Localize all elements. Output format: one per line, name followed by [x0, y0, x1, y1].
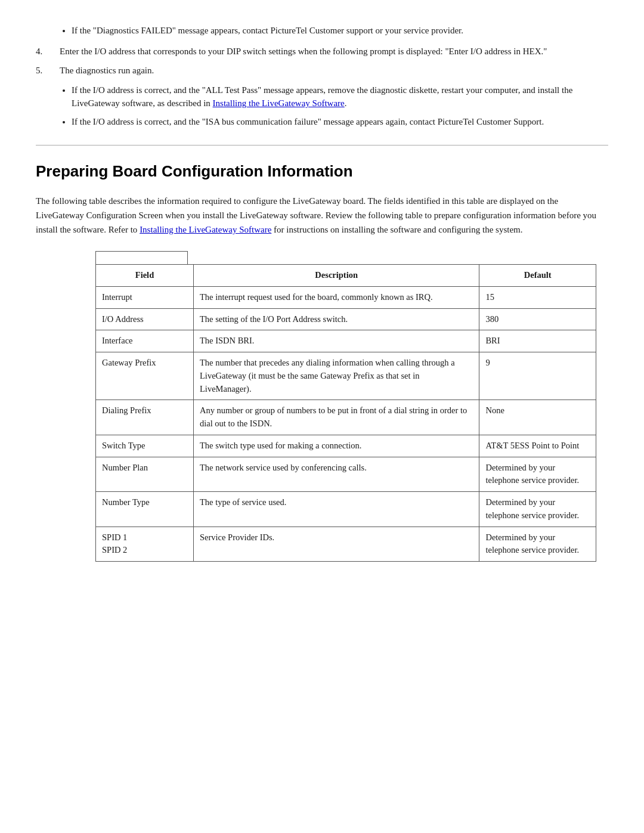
sub-bullet-list: If the I/O address is correct, and the "…	[72, 83, 608, 129]
table-row: Switch TypeThe switch type used for maki…	[96, 435, 596, 457]
table-cell-field: Interrupt	[96, 286, 194, 308]
section-divider	[36, 145, 608, 145]
item-5-text: The diagnostics run again.	[60, 64, 608, 78]
table-top-bar	[95, 251, 188, 264]
table-cell-description: The switch type used for making a connec…	[194, 435, 479, 457]
table-cell-description: Any number or group of numbers to be put…	[194, 400, 479, 435]
table-row: Dialing PrefixAny number or group of num…	[96, 400, 596, 435]
link-installing-1[interactable]: Installing the LiveGateway Software	[213, 98, 345, 108]
sub-bullet-3: If the I/O address is correct, and the "…	[72, 115, 608, 129]
numbered-item-4: 4. Enter the I/O address that correspond…	[36, 45, 608, 58]
table-cell-field: SPID 1SPID 2	[96, 527, 194, 562]
table-cell-description: The number that precedes any dialing inf…	[194, 352, 479, 400]
sub-bullet-2: If the I/O address is correct, and the "…	[72, 83, 608, 110]
table-cell-default: AT&T 5ESS Point to Point	[479, 435, 596, 457]
table-row: InterruptThe interrupt request used for …	[96, 286, 596, 308]
config-table: Field Description Default InterruptThe i…	[95, 264, 596, 562]
table-cell-default: 9	[479, 352, 596, 400]
table-cell-field: Dialing Prefix	[96, 400, 194, 435]
section-title: Preparing Board Configuration Informatio…	[36, 160, 608, 183]
table-cell-default: 15	[479, 286, 596, 308]
table-cell-description: The type of service used.	[194, 492, 479, 527]
item-4-number: 4.	[36, 45, 60, 58]
table-cell-default: BRI	[479, 330, 596, 352]
table-cell-default: Determined by your telephone service pro…	[479, 457, 596, 492]
table-cell-field: Number Type	[96, 492, 194, 527]
table-cell-field: Switch Type	[96, 435, 194, 457]
table-row: InterfaceThe ISDN BRI.BRI	[96, 330, 596, 352]
intro-paragraph: The following table describes the inform…	[36, 194, 608, 237]
table-row: SPID 1SPID 2Service Provider IDs.Determi…	[96, 527, 596, 562]
table-cell-description: The setting of the I/O Port Address swit…	[194, 308, 479, 330]
link-installing-2[interactable]: Installing the LiveGateway Software	[140, 225, 271, 234]
col-header-desc: Description	[194, 265, 479, 287]
item-4-text: Enter the I/O address that corresponds t…	[60, 45, 608, 58]
table-row: Number TypeThe type of service used.Dete…	[96, 492, 596, 527]
table-cell-description: The ISDN BRI.	[194, 330, 479, 352]
table-cell-description: Service Provider IDs.	[194, 527, 479, 562]
table-cell-description: The network service used by conferencing…	[194, 457, 479, 492]
col-header-default: Default	[479, 265, 596, 287]
table-row: I/O AddressThe setting of the I/O Port A…	[96, 308, 596, 330]
table-cell-field: Gateway Prefix	[96, 352, 194, 400]
table-header-row: Field Description Default	[96, 265, 596, 287]
table-cell-default: 380	[479, 308, 596, 330]
table-row: Gateway PrefixThe number that precedes a…	[96, 352, 596, 400]
table-cell-field: Number Plan	[96, 457, 194, 492]
table-cell-field: Interface	[96, 330, 194, 352]
table-body: InterruptThe interrupt request used for …	[96, 286, 596, 561]
main-section: Preparing Board Configuration Informatio…	[36, 160, 608, 562]
table-cell-field: I/O Address	[96, 308, 194, 330]
table-row: Number PlanThe network service used by c…	[96, 457, 596, 492]
table-cell-default: Determined by your telephone service pro…	[479, 527, 596, 562]
numbered-item-5: 5. The diagnostics run again.	[36, 64, 608, 78]
table-cell-default: None	[479, 400, 596, 435]
item-5-number: 5.	[36, 64, 60, 78]
top-section: If the "Diagnostics FAILED" message appe…	[36, 24, 608, 128]
table-cell-default: Determined by your telephone service pro…	[479, 492, 596, 527]
col-header-field: Field	[96, 265, 194, 287]
top-bullet-1: If the "Diagnostics FAILED" message appe…	[72, 24, 608, 38]
table-wrapper: Field Description Default InterruptThe i…	[95, 251, 596, 562]
top-bullet-list: If the "Diagnostics FAILED" message appe…	[72, 24, 608, 38]
table-cell-description: The interrupt request used for the board…	[194, 286, 479, 308]
